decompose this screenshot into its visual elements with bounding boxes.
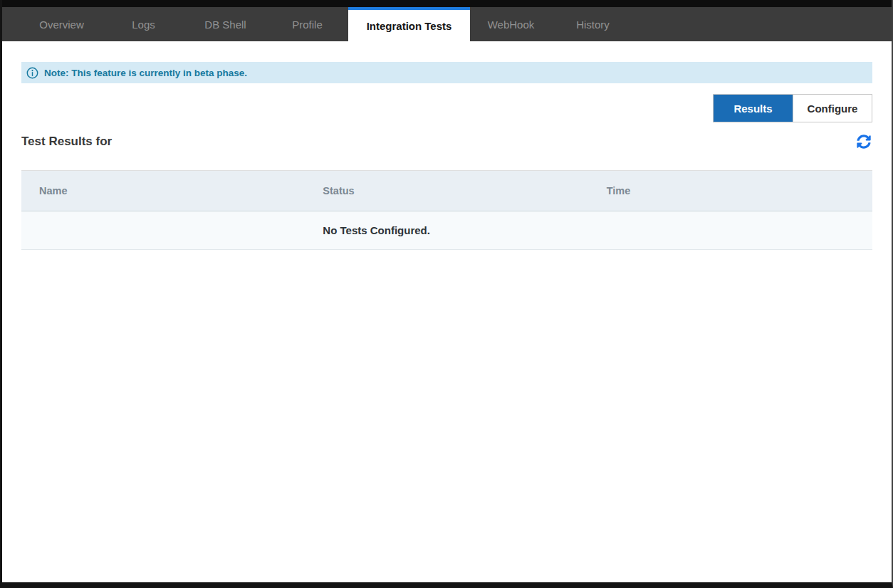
refresh-button[interactable] [857,135,871,149]
page-content: Note: This feature is currently in beta … [2,62,892,250]
page-title: Test Results for [21,135,112,149]
test-results-table: Name Status Time No Tests Configured. [21,170,872,250]
beta-note-banner: Note: This feature is currently in beta … [21,62,872,83]
empty-cell-time [589,211,872,250]
tab-webhook[interactable]: WebHook [470,7,552,41]
tab-logs[interactable]: Logs [103,7,184,41]
tab-db-shell[interactable]: DB Shell [184,7,266,41]
configure-button[interactable]: Configure [793,95,872,122]
column-header-name: Name [21,171,305,211]
view-toggle-group: Results Configure [713,94,872,122]
table-empty-row: No Tests Configured. [21,211,872,250]
tab-bar: Overview Logs DB Shell Profile Integrati… [2,7,892,41]
column-header-status: Status [305,171,588,211]
results-button[interactable]: Results [714,95,793,122]
tab-history[interactable]: History [552,7,634,41]
window-frame: Overview Logs DB Shell Profile Integrati… [0,0,893,588]
results-heading-row: Test Results for [21,134,872,149]
empty-state-text: No Tests Configured. [305,211,588,250]
column-header-time: Time [589,171,872,211]
tab-profile[interactable]: Profile [266,7,348,41]
tab-integration-tests[interactable]: Integration Tests [348,7,470,41]
view-toggle-row: Results Configure [21,94,872,122]
table-header-row: Name Status Time [21,171,872,211]
info-icon [26,67,38,79]
tab-overview[interactable]: Overview [21,7,103,41]
beta-note-text: Note: This feature is currently in beta … [44,68,247,78]
window-top-bar [2,0,892,7]
refresh-icon [857,135,871,149]
empty-cell-name [21,211,305,250]
